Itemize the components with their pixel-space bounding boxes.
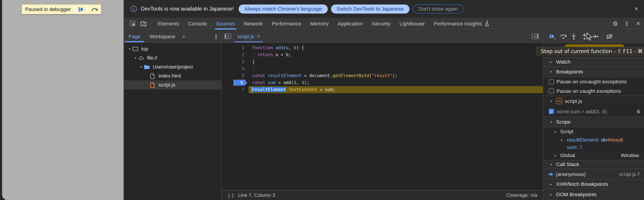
resume-button[interactable] xyxy=(547,31,558,41)
code-area[interactable]: 1234567 function add(a, b) { return a + … xyxy=(222,43,543,190)
switch-japanese-button[interactable]: Switch DevTools to Japanese xyxy=(331,4,410,13)
tab-lighthouse[interactable]: Lighthouse xyxy=(395,18,429,30)
pause-caught-checkbox[interactable] xyxy=(549,88,554,94)
step-over-button[interactable] xyxy=(558,31,568,41)
code-line[interactable]: const sum = add(3, 4); xyxy=(248,79,543,86)
debugger-toolbar xyxy=(544,30,644,43)
toggle-device-toolbar-button[interactable] xyxy=(138,18,148,30)
text-caret xyxy=(252,86,252,93)
settings-button[interactable]: ⚙ xyxy=(610,18,621,30)
step-into-button[interactable] xyxy=(568,31,579,41)
step-over-icon xyxy=(91,6,98,12)
code-line[interactable]: return a + b; xyxy=(248,51,543,58)
expand-debugger-sidebar-icon[interactable] xyxy=(532,34,539,39)
scope-var-sum[interactable]: sum: 7 xyxy=(544,143,644,151)
code-lines[interactable]: function add(a, b) { return a + b;}const… xyxy=(248,44,543,93)
resume-script-button[interactable] xyxy=(75,4,87,14)
pretty-print-icon[interactable]: { } xyxy=(228,193,234,198)
checkbox-label: Pause on uncaught exceptions xyxy=(556,79,627,85)
screen: Paused in debugger i DevTools is now ava… xyxy=(0,0,644,200)
step-icon xyxy=(592,33,598,40)
variable-value-id: #result xyxy=(608,137,623,143)
variable-name: resultElement xyxy=(567,137,598,143)
tab-network[interactable]: Network xyxy=(239,18,267,30)
chevron-down-icon[interactable]: ▾ xyxy=(139,65,144,69)
line-number[interactable]: 5 xyxy=(222,72,248,79)
tab-label: Performance insights xyxy=(434,21,482,26)
variable-value: 7 xyxy=(580,144,582,150)
dont-show-again-button[interactable]: Don't show again xyxy=(413,4,464,13)
section-call-stack[interactable]: ▾ Call Stack xyxy=(544,160,644,169)
breakpoint-entry-row[interactable]: ✓ const sum = add(3, 4); 6 xyxy=(544,107,644,116)
breakpoint-checkbox[interactable]: ✓ xyxy=(549,109,554,114)
close-tab-icon[interactable]: × xyxy=(257,33,260,39)
section-scope[interactable]: ▾ Scope xyxy=(544,117,644,127)
tab-memory[interactable]: Memory xyxy=(306,18,333,30)
pause-uncaught-checkbox[interactable] xyxy=(549,79,554,84)
code-line[interactable]: const resultElement = document.getElemen… xyxy=(248,72,543,79)
tab-label: Memory xyxy=(310,21,329,26)
tree-item-index-html[interactable]: index.html xyxy=(124,71,221,80)
match-language-button[interactable]: Always match Chrome's language xyxy=(239,4,328,13)
scope-var-resultelement[interactable]: ▸ resultElement: div#result xyxy=(544,136,644,143)
code-line[interactable]: } xyxy=(248,58,543,65)
code-token: textContent xyxy=(288,87,317,92)
chevron-down-icon[interactable]: ▾ xyxy=(133,56,138,60)
tab-elements[interactable]: Elements xyxy=(153,18,184,30)
paused-in-debugger-banner: Paused in debugger xyxy=(21,4,102,14)
tab-security[interactable]: Security xyxy=(367,18,395,30)
code-token: return xyxy=(257,52,273,57)
tab-application[interactable]: Application xyxy=(333,18,368,30)
tab-label: Network xyxy=(244,21,263,26)
tab-workspace[interactable]: Workspace xyxy=(145,30,180,42)
line-number-gutter[interactable]: 1234567 xyxy=(222,44,248,93)
inspect-element-button[interactable] xyxy=(127,18,138,30)
deactivate-breakpoints-button[interactable] xyxy=(604,31,615,41)
code-token xyxy=(265,80,268,85)
code-token: function xyxy=(252,45,273,50)
breakpoint-badge[interactable]: 6 xyxy=(233,80,247,86)
collapse-sidebar-icon[interactable] xyxy=(224,34,231,39)
tree-item-file-[interactable]: ▾file:// xyxy=(124,53,221,62)
tree-item-top[interactable]: ▾top xyxy=(124,44,221,53)
gear-icon: ⚙ xyxy=(612,20,618,27)
tab-performance[interactable]: Performance xyxy=(267,18,306,30)
more-tabs-icon[interactable]: » xyxy=(180,33,188,39)
tree-item-users-user-project[interactable]: ▾Users/user/project xyxy=(124,62,221,71)
file-tree: ▾top▾file://▾Users/user/projectindex.htm… xyxy=(124,43,221,200)
close-devtools-button[interactable]: × xyxy=(632,18,644,30)
tab-console[interactable]: Console xyxy=(184,18,212,30)
chevron-down-icon[interactable]: ▾ xyxy=(127,47,132,51)
tree-item-script-js[interactable]: script.js xyxy=(124,80,221,89)
tab-sources[interactable]: Sources xyxy=(212,18,239,30)
infobar-close-icon[interactable]: × xyxy=(634,5,638,12)
line-number[interactable]: 3 xyxy=(222,58,248,65)
section-dom-breakpoints[interactable]: ▸ DOM Breakpoints xyxy=(544,189,644,200)
pause-caught-row[interactable]: Pause on caught exceptions xyxy=(544,86,644,95)
scope-global-row[interactable]: ▸ Global Window xyxy=(544,151,644,160)
code-line[interactable] xyxy=(248,65,543,72)
pause-uncaught-row[interactable]: Pause on uncaught exceptions xyxy=(544,77,644,86)
section-breakpoints[interactable]: ▾ Breakpoints xyxy=(544,67,644,77)
breakpoint-file-group[interactable]: ▾ <> script.js xyxy=(544,96,644,107)
code-line[interactable]: function add(a, b) { xyxy=(248,44,543,51)
tab-page[interactable]: Page xyxy=(124,30,145,42)
more-options-button[interactable]: ⋮ xyxy=(621,18,632,30)
section-xhr-breakpoints[interactable]: ▸ XHR/fetch Breakpoints xyxy=(544,180,644,189)
execution-line[interactable]: resultElement.textContent = sum; xyxy=(248,86,543,93)
code-token: ) { xyxy=(296,45,304,50)
editor-tab-scriptjs[interactable]: script.js × xyxy=(234,30,264,42)
step-over-banner-button[interactable] xyxy=(88,4,101,14)
line-number[interactable]: 4 xyxy=(222,65,248,72)
section-watch[interactable]: ▸ Watch xyxy=(544,57,644,67)
tab-performance-insights[interactable]: Performance insights xyxy=(429,18,495,30)
line-number[interactable]: 7 xyxy=(222,86,248,93)
navigator-more-options-button[interactable]: ⋮ xyxy=(211,30,221,42)
call-stack-frame[interactable]: (anonymous) script.js:7 xyxy=(544,169,644,180)
scope-script-row[interactable]: ▾ Script xyxy=(544,127,644,136)
line-number[interactable]: 2 xyxy=(222,51,248,58)
breakpoint-line-number[interactable]: 6 xyxy=(222,79,248,86)
line-number[interactable]: 1 xyxy=(222,44,248,51)
paused-banner-label-cell: Paused in debugger xyxy=(22,4,74,14)
code-token: resultElement xyxy=(268,73,302,78)
